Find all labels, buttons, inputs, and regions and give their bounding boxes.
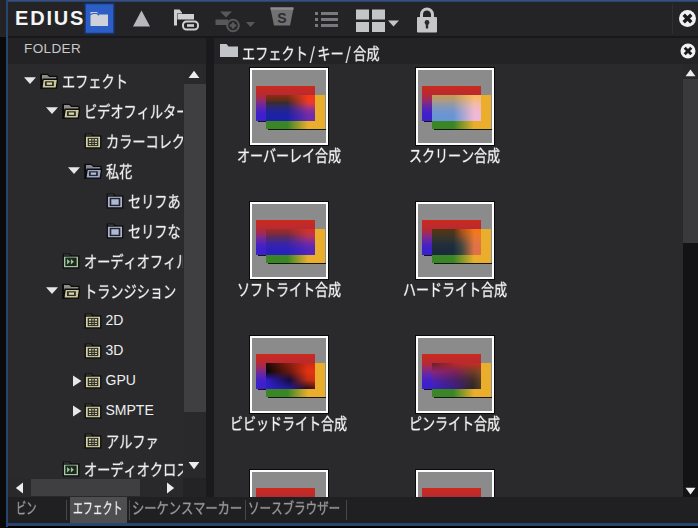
svg-text:S: S <box>277 10 286 26</box>
